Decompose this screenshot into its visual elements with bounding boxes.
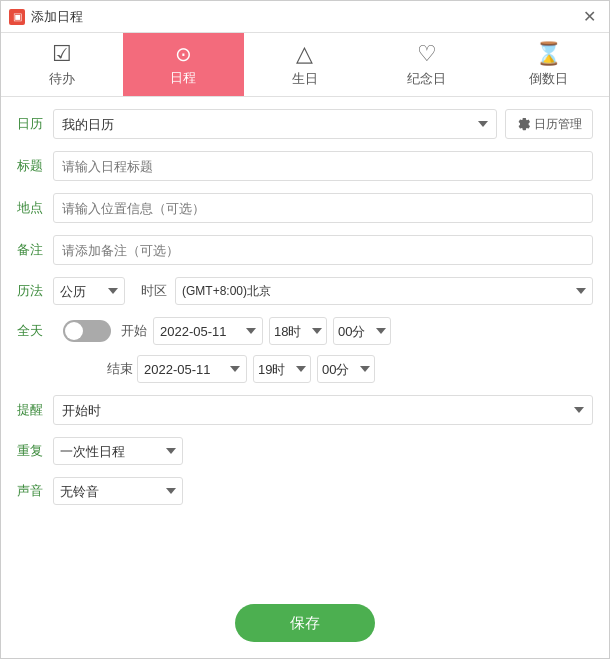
toggle-knob bbox=[65, 322, 83, 340]
note-row: 备注 bbox=[17, 235, 593, 265]
calendar-row: 日历 我的日历 日历管理 bbox=[17, 109, 593, 139]
remind-select[interactable]: 开始时 bbox=[53, 395, 593, 425]
footer: 保存 bbox=[1, 594, 609, 658]
calendar-type-row: 历法 公历 时区 (GMT+8:00)北京 bbox=[17, 277, 593, 305]
end-date-select[interactable]: 2022-05-11 bbox=[137, 355, 247, 383]
note-input[interactable] bbox=[53, 235, 593, 265]
title-bar: ▣ 添加日程 ✕ bbox=[1, 1, 609, 33]
repeat-select[interactable]: 一次性日程 bbox=[53, 437, 183, 465]
allday-toggle[interactable] bbox=[63, 320, 111, 342]
allday-label: 全天 bbox=[17, 322, 53, 340]
tab-schedule[interactable]: ⊙ 日程 bbox=[123, 33, 245, 96]
remind-label: 提醒 bbox=[17, 401, 53, 419]
save-button[interactable]: 保存 bbox=[235, 604, 375, 642]
title-row: 标题 bbox=[17, 151, 593, 181]
repeat-row: 重复 一次性日程 bbox=[17, 437, 593, 465]
location-row: 地点 bbox=[17, 193, 593, 223]
sound-select[interactable]: 无铃音 bbox=[53, 477, 183, 505]
allday-row: 全天 开始 2022-05-11 18时 00分 bbox=[17, 317, 593, 345]
tab-schedule-label: 日程 bbox=[170, 69, 196, 87]
schedule-icon: ⊙ bbox=[175, 44, 192, 64]
timezone-label: 时区 bbox=[141, 282, 167, 300]
tab-countdown[interactable]: ⌛ 倒数日 bbox=[487, 33, 609, 96]
form-area: 日历 我的日历 日历管理 标题 地点 备注 bbox=[1, 97, 609, 594]
calendar-type-select[interactable]: 公历 bbox=[53, 277, 125, 305]
calendar-label: 日历 bbox=[17, 115, 53, 133]
close-button[interactable]: ✕ bbox=[577, 5, 601, 29]
birthday-icon: △ bbox=[296, 43, 313, 65]
start-date-select[interactable]: 2022-05-11 bbox=[153, 317, 263, 345]
tab-todo[interactable]: ☑ 待办 bbox=[1, 33, 123, 96]
tab-birthday-label: 生日 bbox=[292, 70, 318, 88]
remind-row: 提醒 开始时 bbox=[17, 395, 593, 425]
todo-icon: ☑ bbox=[52, 43, 72, 65]
tab-todo-label: 待办 bbox=[49, 70, 75, 88]
end-time-row: 结束 2022-05-11 19时 00分 bbox=[107, 355, 593, 383]
tab-anniversary-label: 纪念日 bbox=[407, 70, 446, 88]
tab-countdown-label: 倒数日 bbox=[529, 70, 568, 88]
end-hour-select[interactable]: 19时 bbox=[253, 355, 311, 383]
timezone-select[interactable]: (GMT+8:00)北京 bbox=[175, 277, 593, 305]
start-min-select[interactable]: 00分 bbox=[333, 317, 391, 345]
calendar-type-label: 历法 bbox=[17, 282, 53, 300]
start-hour-select[interactable]: 18时 bbox=[269, 317, 327, 345]
app-icon: ▣ bbox=[9, 9, 25, 25]
tab-anniversary[interactable]: ♡ 纪念日 bbox=[366, 33, 488, 96]
location-label: 地点 bbox=[17, 199, 53, 217]
repeat-label: 重复 bbox=[17, 442, 53, 460]
title-label: 标题 bbox=[17, 157, 53, 175]
title-input[interactable] bbox=[53, 151, 593, 181]
gear-icon bbox=[516, 117, 530, 131]
sound-label: 声音 bbox=[17, 482, 53, 500]
end-min-select[interactable]: 00分 bbox=[317, 355, 375, 383]
end-label: 结束 bbox=[107, 360, 137, 378]
tab-bar: ☑ 待办 ⊙ 日程 △ 生日 ♡ 纪念日 ⌛ 倒数日 bbox=[1, 33, 609, 97]
calendar-mgmt-button[interactable]: 日历管理 bbox=[505, 109, 593, 139]
mgmt-label: 日历管理 bbox=[534, 116, 582, 133]
countdown-icon: ⌛ bbox=[535, 43, 562, 65]
window-title: 添加日程 bbox=[31, 8, 577, 26]
calendar-select[interactable]: 我的日历 bbox=[53, 109, 497, 139]
add-schedule-window: ▣ 添加日程 ✕ ☑ 待办 ⊙ 日程 △ 生日 ♡ 纪念日 ⌛ 倒数日 日历 bbox=[0, 0, 610, 659]
note-label: 备注 bbox=[17, 241, 53, 259]
location-input[interactable] bbox=[53, 193, 593, 223]
sound-row: 声音 无铃音 bbox=[17, 477, 593, 505]
anniversary-icon: ♡ bbox=[417, 43, 437, 65]
tab-birthday[interactable]: △ 生日 bbox=[244, 33, 366, 96]
start-label-inline: 开始 bbox=[121, 322, 147, 340]
